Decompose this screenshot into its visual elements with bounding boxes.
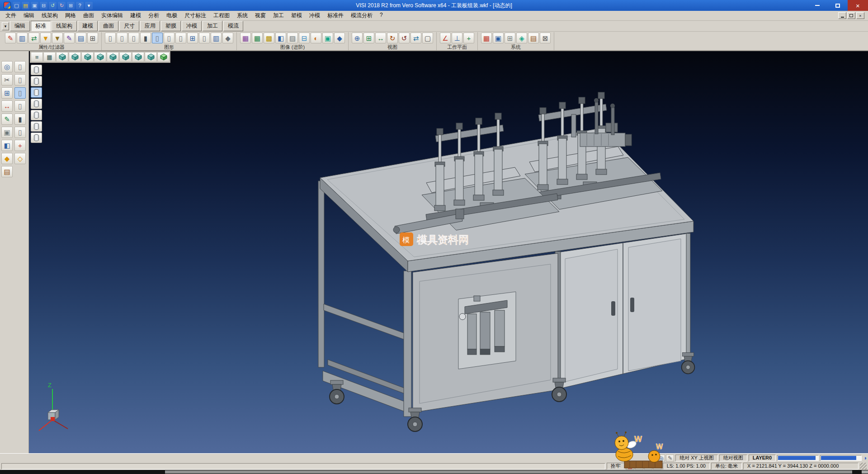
mdi-close-button[interactable]: × [856,12,864,19]
zoom-status-icon[interactable]: ◎ [657,455,665,462]
view-window-icon[interactable]: ▦ [43,52,56,62]
scrollbar-thumb[interactable] [165,470,852,474]
menu-item[interactable]: 标准件 [324,11,347,20]
snap-toggle[interactable]: 拴牢 [607,463,625,469]
entity-filter-1-icon[interactable]: ▯ [14,74,26,85]
annotate-icon[interactable]: ✎ [635,463,643,470]
attributes-match-icon[interactable]: ⇄ [28,33,39,43]
entity-filter-2-icon[interactable]: ▯ [14,87,26,99]
grid-style-icon[interactable]: ⊞ [187,33,198,43]
quickbar-more-icon[interactable]: ▾ [85,2,93,9]
iso-view-icon[interactable] [56,52,68,62]
view-settings-icon[interactable]: ▢ [422,33,433,43]
section-icon[interactable]: ⊟ [299,33,310,43]
display-toggle-icon[interactable]: ◑ [863,455,867,461]
menu-item[interactable]: 工程图 [210,11,233,20]
toolbar-tab[interactable]: 标准 [31,21,51,31]
trim-icon[interactable]: ✂ [1,74,13,85]
diamond-icon[interactable]: ◇ [14,153,26,164]
zoom-all-icon[interactable]: ⊕ [352,33,363,43]
mdi-restore-button[interactable] [847,12,855,19]
menu-item[interactable]: 编辑 [20,11,38,20]
toolbar-tab[interactable]: 模流 [223,21,243,31]
mesh-filter-icon[interactable] [31,110,42,120]
menu-item[interactable]: 建模 [127,11,145,20]
menu-item[interactable]: 尺寸标注 [181,11,210,20]
toolbar-tab[interactable]: 编辑 [10,21,30,31]
snap-grid-icon[interactable]: ⊞ [1,87,13,99]
iso-view-icon[interactable] [132,52,144,62]
redline-icon[interactable]: ▥ [626,463,634,470]
point-filter-icon[interactable] [31,99,42,109]
absolute-view-indicator[interactable]: 绝对视图 [719,455,747,461]
menu-item[interactable]: 模流分析 [347,11,376,20]
filter-icon[interactable]: ▼ [40,33,51,43]
edge-filter-icon[interactable] [31,121,42,132]
iso-view-icon[interactable] [145,52,157,62]
attributes-edit-icon[interactable]: ✎ [5,33,16,43]
mdi-minimize-button[interactable] [838,12,846,19]
menu-item[interactable]: 冲模 [306,11,324,20]
app-icon[interactable] [4,2,11,9]
line-weight-icon[interactable]: ▯ [117,33,127,43]
workplane-reset-icon[interactable]: + [463,33,474,43]
view-mode-indicator[interactable]: 绝对 XY 上视图 [675,455,718,461]
style-9-icon[interactable]: ▯ [199,33,210,43]
texture-icon[interactable]: ▣ [322,33,333,43]
workplane-create-icon[interactable]: ∠ [440,33,451,43]
3d-scene[interactable]: 模 模具资料网 Z [29,51,868,453]
toolbar-tab[interactable]: 塑膜 [161,21,181,31]
menu-item[interactable]: 文件 [2,11,20,20]
open-doc-icon[interactable]: ▤ [22,2,29,9]
list-icon[interactable]: ▤ [1,166,13,177]
iso-view-icon[interactable] [119,52,132,62]
solid-filter-icon[interactable] [31,65,42,75]
menu-item[interactable]: 电极 [163,11,181,20]
filter-add-icon[interactable]: ▼ [52,33,63,43]
close-button[interactable]: × [848,0,868,11]
maximize-button[interactable] [827,0,848,11]
style-gear-icon[interactable]: ◆ [222,33,233,43]
style-6-icon[interactable]: ▯ [164,33,175,43]
database-icon[interactable]: ▤ [528,33,539,43]
entity-filter-4-icon[interactable]: ▮ [14,114,26,125]
menu-item[interactable]: 视窗 [251,11,269,20]
menu-item[interactable]: 线架构 [38,11,61,20]
style-7-icon[interactable]: ▯ [175,33,186,43]
menu-item[interactable]: 分析 [145,11,163,20]
filter-edit-icon[interactable]: ✎ [64,33,75,43]
iso-view-icon[interactable] [94,52,106,62]
menu-item[interactable]: 网格 [61,11,80,20]
active-layer-indicator[interactable]: LAYER0 [749,455,776,461]
box-icon[interactable]: ▣ [1,127,13,138]
workplane-align-icon[interactable]: ⊥ [452,33,462,43]
table-icon[interactable]: ⊞ [505,33,515,43]
previous-view-icon[interactable]: ↺ [399,33,410,43]
shaded-view-icon[interactable] [157,52,170,62]
active-style-icon[interactable]: ▯ [152,33,163,43]
toolbar-tab[interactable]: 冲模 [182,21,202,31]
menu-item[interactable]: 加工 [269,11,288,20]
body-filter-icon[interactable] [31,133,42,143]
resize-grip[interactable] [860,463,867,469]
table-style-icon[interactable]: ▥ [211,33,222,43]
selection-filter-icon[interactable]: ⊞ [87,33,98,43]
toolbar-tab[interactable]: 曲面 [99,21,118,31]
menu-item[interactable]: ? [376,11,387,20]
toolbar-tab[interactable]: 线架构 [52,21,77,31]
dual-axis-icon[interactable]: ⇅ [644,463,652,470]
add-icon[interactable]: + [14,140,26,151]
redo-icon[interactable]: ↻ [58,2,66,9]
help-icon[interactable]: ? [76,2,84,9]
half-shade-icon[interactable]: ◧ [275,33,286,43]
clipboard-icon[interactable]: ▯ [14,61,26,72]
menu-item[interactable]: 系统 [233,11,251,20]
rotate-view-icon[interactable]: ↻ [387,33,398,43]
print-icon[interactable]: ⊟ [40,2,47,9]
half-view-icon[interactable]: ◧ [1,140,13,151]
color-palette-icon[interactable]: ▦ [481,33,492,43]
sketch-icon[interactable]: ✎ [1,114,13,125]
move-icon[interactable]: ↔ [1,100,13,112]
undo-icon[interactable]: ↺ [49,2,57,9]
pan-icon[interactable]: ↔ [375,33,386,43]
